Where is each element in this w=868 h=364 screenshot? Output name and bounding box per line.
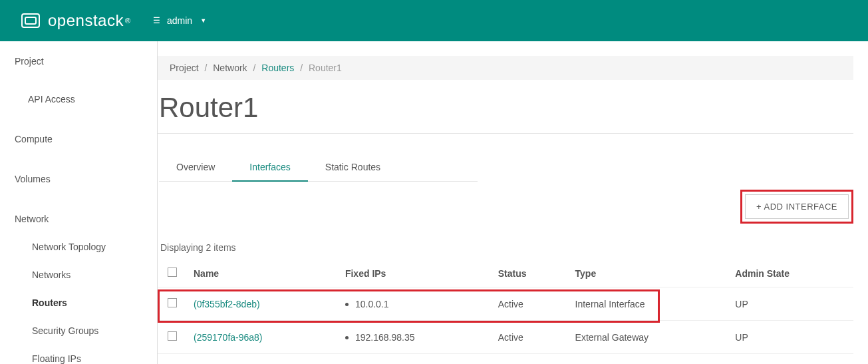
logo-text: openstack [48, 11, 124, 30]
type: External Gateway [569, 321, 729, 354]
status: Active [492, 321, 569, 354]
tab-interfaces[interactable]: Interfaces [232, 154, 307, 182]
col-type: Type [569, 260, 729, 287]
topbar: openstack ® ☰ admin ▼ [0, 0, 868, 41]
breadcrumb-sep: / [300, 63, 303, 73]
project-selector[interactable]: ☰ admin ▼ [153, 15, 206, 26]
breadcrumb-link-routers[interactable]: Routers [261, 63, 294, 73]
highlight-add-interface: + ADD INTERFACE [740, 190, 853, 224]
sidebar-item-compute[interactable]: Compute [0, 125, 157, 153]
row-checkbox[interactable] [168, 298, 177, 307]
table-row: (259170fa-96a8) 192.168.98.35 Active Ext… [158, 321, 853, 354]
table-row: (0f355bf2-8deb) 10.0.0.1 Active Internal… [158, 287, 853, 321]
sidebar-item-security-groups[interactable]: Security Groups [0, 317, 157, 345]
title-divider [158, 133, 853, 134]
col-admin-state: Admin State [728, 260, 853, 287]
row-checkbox[interactable] [168, 331, 177, 341]
tabs: Overview Interfaces Static Routes [159, 154, 868, 182]
admin-state: UP [728, 287, 853, 321]
list-icon: ☰ [153, 16, 160, 25]
fixed-ip: 10.0.0.1 [355, 299, 389, 309]
sidebar-item-floating-ips[interactable]: Floating IPs [0, 345, 157, 364]
main-content: Project / Network / Routers / Router1 Ro… [158, 41, 868, 364]
col-status: Status [492, 260, 569, 287]
bullet-icon [345, 336, 349, 339]
bullet-icon [345, 303, 349, 306]
svg-rect-1 [25, 17, 36, 24]
sidebar-item-networks[interactable]: Networks [0, 261, 157, 289]
add-interface-button[interactable]: + ADD INTERFACE [745, 194, 849, 219]
sidebar-item-volumes[interactable]: Volumes [0, 165, 157, 193]
col-fixed-ips: Fixed IPs [339, 260, 492, 287]
tab-static-routes[interactable]: Static Routes [308, 154, 398, 182]
sidebar-item-network-topology[interactable]: Network Topology [0, 233, 157, 261]
breadcrumb-part[interactable]: Project [170, 63, 199, 73]
col-name: Name [187, 260, 339, 287]
sidebar-item-routers[interactable]: Routers [0, 289, 157, 317]
sidebar-section-project[interactable]: Project [0, 56, 157, 67]
interface-link[interactable]: (0f355bf2-8deb) [194, 299, 260, 309]
interface-link[interactable]: (259170fa-96a8) [194, 332, 263, 343]
tab-overview[interactable]: Overview [159, 154, 232, 182]
breadcrumb-sep: / [204, 63, 207, 73]
admin-state: UP [728, 321, 853, 354]
breadcrumb-sep: / [253, 63, 256, 73]
openstack-icon [20, 10, 41, 31]
select-all-checkbox[interactable] [168, 268, 177, 277]
status: Active [492, 287, 569, 321]
breadcrumb-current: Router1 [309, 63, 342, 73]
chevron-down-icon: ▼ [200, 17, 206, 24]
logo-trademark: ® [125, 17, 130, 25]
sidebar-item-network[interactable]: Network [0, 205, 157, 233]
sidebar: Project API Access Compute Volumes Netwo… [0, 41, 158, 364]
sidebar-item-api-access[interactable]: API Access [0, 85, 157, 113]
type: Internal Interface [569, 287, 729, 321]
page-title: Router1 [159, 92, 868, 124]
breadcrumb: Project / Network / Routers / Router1 [158, 56, 853, 80]
svg-rect-0 [22, 14, 39, 27]
breadcrumb-part[interactable]: Network [213, 63, 247, 73]
action-area: + ADD INTERFACE [158, 190, 853, 224]
interfaces-table: Name Fixed IPs Status Type Admin State (… [158, 260, 853, 354]
project-name: admin [167, 15, 192, 26]
items-count: Displaying 2 items [160, 242, 868, 253]
logo[interactable]: openstack ® [20, 10, 130, 31]
fixed-ip: 192.168.98.35 [355, 332, 415, 343]
